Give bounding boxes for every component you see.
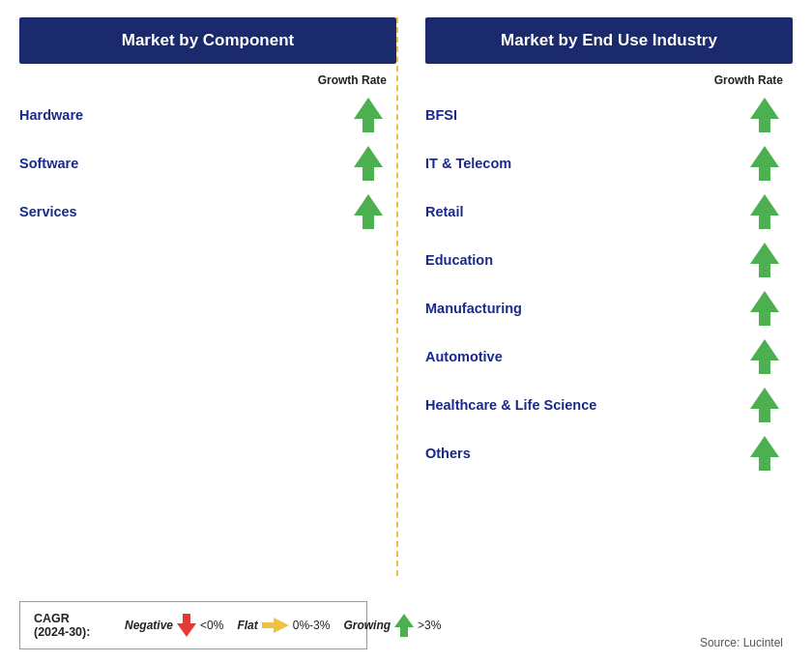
list-item: IT & Telecom [425,139,793,187]
left-growth-rate-label: Growth Rate [19,73,396,87]
legend-negative: Negative <0% [125,614,223,637]
services-label: Services [19,204,77,219]
bottom-row: CAGR(2024-30): Negative <0% Flat 0%-3% G… [19,586,793,649]
list-item: Automotive [425,332,793,381]
list-item: Manufacturing [425,284,793,332]
green-up-arrow-icon [750,339,779,374]
negative-label: Negative [125,619,173,632]
hardware-label: Hardware [19,107,83,123]
right-panel-header: Market by End Use Industry [425,17,793,64]
services-arrow-container [354,194,396,229]
green-up-arrow-icon [750,98,779,132]
software-arrow-container [354,146,396,181]
manufacturing-label: Manufacturing [425,301,522,316]
others-arrow-container [750,436,793,471]
flat-range: 0%-3% [293,619,331,632]
right-growth-rate-label: Growth Rate [425,73,793,87]
vertical-divider [396,17,398,576]
growing-label: Growing [343,619,391,632]
list-item: Others [425,429,793,477]
automotive-label: Automotive [425,349,503,364]
main-container: Market by Component Growth Rate Hardware… [0,0,812,663]
green-up-arrow-icon [750,291,779,326]
green-up-arrow-icon [354,98,383,132]
software-label: Software [19,156,78,171]
right-panel: Market by End Use Industry Growth Rate B… [396,17,793,576]
retail-arrow-container [750,194,793,229]
green-up-arrow-icon [750,146,779,181]
green-up-arrow-icon [354,194,383,229]
legend-box: CAGR(2024-30): Negative <0% Flat 0%-3% G… [19,601,367,649]
education-label: Education [425,252,493,268]
red-down-arrow-icon [177,614,196,637]
green-up-arrow-icon [750,436,779,471]
left-panel-header: Market by Component [19,17,396,64]
yellow-right-arrow-icon [262,618,289,633]
green-up-arrow-icon [750,243,779,277]
legend-growing: Growing >3% [343,614,441,637]
automotive-arrow-container [750,339,793,374]
list-item: Healthcare & Life Science [425,381,793,429]
bfsi-arrow-container [750,98,793,132]
healthcare-label: Healthcare & Life Science [425,397,596,413]
list-item: Software [19,139,396,187]
flat-label: Flat [237,619,257,632]
list-item: Education [425,236,793,284]
legend-flat: Flat 0%-3% [237,618,330,633]
content-area: Market by Component Growth Rate Hardware… [19,17,793,576]
it-telecom-arrow-container [750,146,793,181]
hardware-arrow-container [354,98,396,132]
others-label: Others [425,446,471,461]
source-text: Source: Lucintel [700,636,793,649]
manufacturing-arrow-container [750,291,793,326]
bfsi-label: BFSI [425,107,457,123]
green-up-arrow-icon [354,146,383,181]
left-panel: Market by Component Growth Rate Hardware… [19,17,396,576]
list-item: BFSI [425,91,793,139]
cagr-label: CAGR(2024-30): [34,612,111,639]
list-item: Hardware [19,91,396,139]
green-up-arrow-legend-icon [394,614,414,637]
negative-range: <0% [200,619,223,632]
list-item: Services [19,187,396,236]
retail-label: Retail [425,204,464,219]
healthcare-arrow-container [750,388,793,422]
list-item: Retail [425,187,793,236]
green-up-arrow-icon [750,388,779,422]
it-telecom-label: IT & Telecom [425,156,511,171]
green-up-arrow-icon [750,194,779,229]
growing-range: >3% [418,619,441,632]
education-arrow-container [750,243,793,277]
